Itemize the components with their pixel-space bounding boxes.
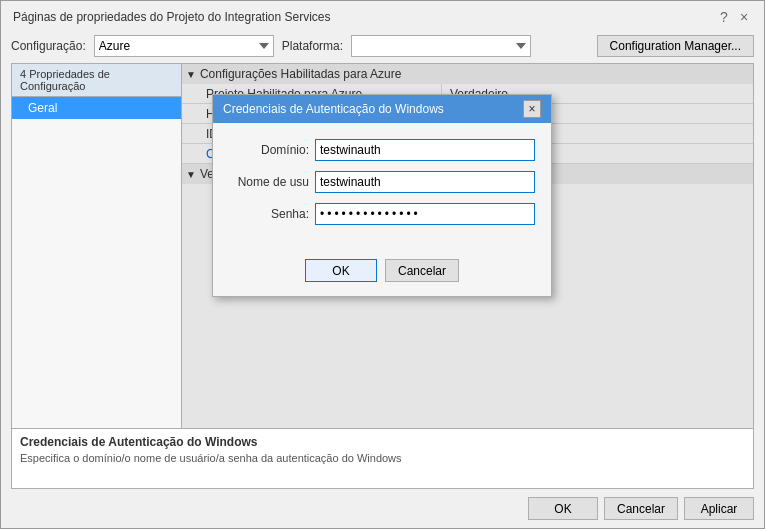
title-controls: ? ×	[716, 9, 752, 25]
footer-buttons: OK Cancelar Aplicar	[1, 489, 764, 528]
config-label: Configuração:	[11, 39, 86, 53]
content-area: 4 Propriedades de Configuração Geral ▼ C…	[11, 63, 754, 429]
right-panel: ▼ Configurações Habilitadas para Azure P…	[182, 64, 753, 428]
domain-input[interactable]	[315, 139, 535, 161]
domain-label: Domínio:	[229, 143, 309, 157]
password-input[interactable]	[315, 203, 535, 225]
close-button[interactable]: ×	[736, 9, 752, 25]
left-panel-header: 4 Propriedades de Configuração	[12, 64, 181, 97]
username-label: Nome de usu	[229, 175, 309, 189]
main-window: Páginas de propriedades do Projeto do In…	[0, 0, 765, 529]
dialog-ok-button[interactable]: OK	[305, 259, 377, 282]
password-field: Senha:	[229, 203, 535, 225]
left-panel: 4 Propriedades de Configuração Geral	[12, 64, 182, 428]
bottom-info-title: Credenciais de Autenticação do Windows	[20, 435, 745, 449]
credentials-dialog: Credenciais de Autenticação do Windows ×…	[212, 94, 552, 297]
help-button[interactable]: ?	[716, 9, 732, 25]
apply-button[interactable]: Aplicar	[684, 497, 754, 520]
dialog-overlay: Credenciais de Autenticação do Windows ×…	[182, 64, 753, 428]
config-dropdown[interactable]: Azure	[94, 35, 274, 57]
bottom-info: Credenciais de Autenticação do Windows E…	[11, 429, 754, 489]
dialog-title-bar: Credenciais de Autenticação do Windows ×	[213, 95, 551, 123]
username-input[interactable]	[315, 171, 535, 193]
dialog-cancel-button[interactable]: Cancelar	[385, 259, 459, 282]
toolbar: Configuração: Azure Plataforma: Configur…	[1, 29, 764, 63]
sidebar-item-geral[interactable]: Geral	[12, 97, 181, 119]
window-title: Páginas de propriedades do Projeto do In…	[13, 10, 331, 24]
ok-button[interactable]: OK	[528, 497, 598, 520]
config-manager-button[interactable]: Configuration Manager...	[597, 35, 754, 57]
domain-field: Domínio:	[229, 139, 535, 161]
dialog-close-button[interactable]: ×	[523, 100, 541, 118]
bottom-info-desc: Especifica o domínio/o nome de usuário/a…	[20, 452, 745, 464]
cancel-button[interactable]: Cancelar	[604, 497, 678, 520]
dialog-title: Credenciais de Autenticação do Windows	[223, 102, 444, 116]
platform-dropdown[interactable]	[351, 35, 531, 57]
password-label: Senha:	[229, 207, 309, 221]
dialog-footer: OK Cancelar	[213, 251, 551, 296]
title-bar: Páginas de propriedades do Projeto do In…	[1, 1, 764, 29]
dialog-body: Domínio: Nome de usu Senha:	[213, 123, 551, 251]
platform-label: Plataforma:	[282, 39, 343, 53]
username-field: Nome de usu	[229, 171, 535, 193]
